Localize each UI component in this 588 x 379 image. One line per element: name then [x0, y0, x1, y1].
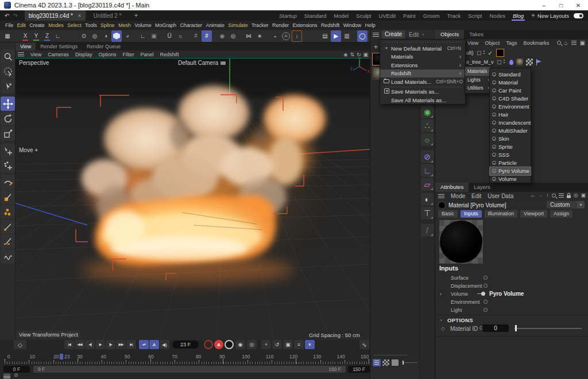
material-type-item[interactable]: Volume	[490, 175, 531, 183]
input-row-environment[interactable]: Environment	[435, 298, 588, 305]
object-menu-object[interactable]: Object	[485, 40, 500, 46]
rotate-tool-icon[interactable]	[1, 111, 15, 126]
transport-button[interactable]: |▶	[106, 340, 115, 349]
dash-pen-icon[interactable]	[1, 234, 15, 249]
scatter-tool-icon[interactable]	[1, 158, 15, 173]
move-tool-icon[interactable]	[1, 96, 15, 111]
maximize-button[interactable]: □	[552, 0, 570, 10]
viewport-menu-options[interactable]: Options	[98, 52, 116, 57]
record-icon[interactable]	[225, 340, 234, 349]
viewport-menu-redshift[interactable]: Redshift	[160, 52, 179, 57]
material-menu-icon[interactable]	[373, 33, 379, 37]
viewport-menu-cameras[interactable]: Cameras	[48, 52, 69, 57]
alpha-tag-icon[interactable]	[526, 59, 533, 65]
toolbar-icon[interactable]: ◎	[228, 30, 238, 42]
timeline-graph-icon[interactable]: ∿	[359, 340, 369, 349]
toolbar-icon[interactable]: #	[202, 30, 212, 42]
viewport-menu-panel[interactable]: Panel	[140, 52, 153, 57]
layout-tab[interactable]: Blog	[513, 13, 524, 19]
layout-tab[interactable]: Nodes	[490, 13, 505, 19]
current-frame-field[interactable]: 23 F	[172, 341, 199, 349]
port-icon[interactable]	[483, 308, 488, 312]
menubar-item[interactable]: MoGraph	[155, 22, 176, 28]
timeline-range-bar[interactable]: 0 F 150 F	[33, 366, 346, 373]
new-layouts-button[interactable]: New Layouts	[537, 13, 569, 19]
menubar-item[interactable]: Extensions	[292, 22, 317, 28]
toolbar-icon[interactable]: ◑	[100, 30, 111, 42]
toolbar-icon[interactable]: ▣	[149, 30, 159, 42]
transport-button[interactable]: ▶|	[126, 340, 136, 349]
spline-smooth-icon[interactable]	[1, 204, 15, 219]
toolbar-icon[interactable]	[281, 30, 291, 42]
menu-item-materials[interactable]: Materials ›	[380, 53, 465, 61]
attr-menu-edit[interactable]: Edit	[471, 193, 481, 199]
material-type-item[interactable]: C4D Shader	[490, 94, 531, 102]
menubar-item[interactable]: Volume	[134, 22, 151, 28]
viewport-menu-display[interactable]: Display	[75, 52, 92, 57]
menubar-item[interactable]: Simulate	[228, 22, 247, 28]
material-type-item[interactable]: Hair	[490, 110, 531, 118]
transport-button[interactable]: ▶▶	[116, 340, 126, 349]
line-pen-icon[interactable]	[1, 219, 15, 234]
menubar-item[interactable]: Redshift	[321, 22, 339, 28]
image-view-icon[interactable]	[392, 359, 399, 366]
range-end-field[interactable]: 150 F	[348, 366, 370, 373]
grid-view-icon[interactable]	[382, 359, 389, 366]
key-scale-icon[interactable]: ▣	[283, 340, 293, 349]
port-icon[interactable]	[483, 300, 488, 304]
search-icon[interactable]	[552, 194, 556, 198]
toolbar-icon[interactable]: ▥	[342, 30, 352, 42]
menu-icon[interactable]	[3, 374, 10, 378]
material-type-item[interactable]: Skin	[490, 134, 531, 142]
live-selection-icon[interactable]	[1, 64, 15, 79]
material-create-menu[interactable]: Create	[382, 30, 405, 38]
preset-dropdown[interactable]: Custom ▼	[547, 201, 585, 208]
lock-icon[interactable]	[567, 195, 571, 198]
undo-icon[interactable]: ↶	[5, 13, 9, 19]
expand-icon[interactable]: ›	[440, 291, 442, 297]
layout-tab[interactable]: +	[531, 11, 535, 20]
transport-button[interactable]: ▶	[95, 340, 105, 349]
menubar-item[interactable]: Render	[272, 22, 289, 28]
pyro-tag-icon[interactable]	[509, 60, 513, 65]
menubar-item[interactable]: Window	[343, 22, 361, 28]
simulation-icon[interactable]: ◉	[421, 106, 434, 118]
material-type-item[interactable]: Incandescent	[490, 118, 531, 126]
mograph-icon[interactable]: ▱	[421, 178, 434, 191]
layout-toggle[interactable]	[574, 13, 583, 18]
sketch-pen-icon[interactable]	[1, 190, 15, 204]
toolbar-icon[interactable]: Y	[31, 30, 41, 42]
toolbar-icon[interactable]: ◎	[90, 30, 100, 42]
toolbar-icon[interactable]: ◯	[357, 30, 368, 42]
menubar-item[interactable]: Animate	[206, 22, 225, 28]
thumbnail-size-slider[interactable]	[403, 362, 417, 363]
attr-menu-mode[interactable]: Mode	[451, 193, 465, 199]
spline-arc-pen-icon[interactable]	[1, 175, 15, 189]
key-rot-icon[interactable]: ↺	[272, 340, 282, 349]
toolbar-icon[interactable]: ☼	[175, 30, 185, 42]
material-type-item[interactable]: Pyro Volume	[490, 167, 531, 175]
transport-button[interactable]: ◀◀	[75, 340, 84, 349]
autokey-frame-icon[interactable]: A	[149, 340, 159, 349]
toolbar-icon[interactable]: #	[191, 30, 201, 42]
material-edit-menu[interactable]: Edit	[409, 32, 419, 38]
tab-layers[interactable]: Layers	[469, 183, 496, 192]
menubar-item[interactable]: Edit	[17, 22, 26, 28]
options-section[interactable]: › OPTIONS	[435, 316, 588, 324]
material-preview[interactable]	[439, 220, 483, 264]
cursor-move-tool-icon[interactable]	[1, 144, 15, 158]
attribute-tab[interactable]: Basic	[438, 210, 458, 218]
toolbar-icon[interactable]: ⋈	[243, 30, 254, 42]
material-type-item[interactable]: Particle	[490, 159, 531, 167]
attribute-tab[interactable]: Illumination	[485, 210, 518, 218]
transport-button[interactable]: ◀|	[85, 340, 95, 349]
attributes-menu-icon[interactable]	[438, 194, 444, 198]
object-menu-bookmarks[interactable]: Bookmarks	[523, 40, 549, 46]
menu-item-save-all-materials[interactable]: Save All Materials as...	[380, 96, 465, 105]
tab-attributes[interactable]: Attributes	[435, 183, 469, 192]
menubar-item[interactable]: Tools	[85, 22, 97, 28]
stage-icon[interactable]: ⊤	[421, 207, 434, 219]
home-icon[interactable]: ⌂	[564, 40, 568, 46]
port-icon[interactable]	[483, 276, 488, 280]
filter-icon[interactable]	[559, 194, 564, 198]
